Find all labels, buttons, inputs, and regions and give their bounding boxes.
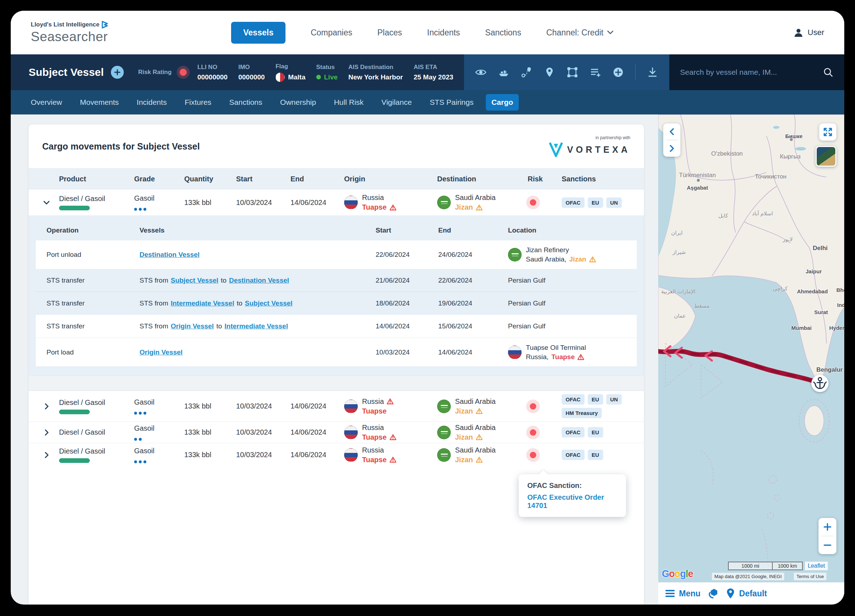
nav-places[interactable]: Places [377, 28, 402, 38]
tab-sts-pairings[interactable]: STS Pairings [424, 94, 480, 110]
cargo-row-expanded[interactable]: Diesel / Gasoil Gasoil 133k bbl 10/03/20… [29, 190, 644, 215]
add-circle-icon[interactable] [612, 66, 624, 78]
map-menu-button[interactable]: Menu [665, 589, 700, 599]
tab-incidents[interactable]: Incidents [131, 94, 172, 110]
search-input[interactable] [680, 68, 817, 77]
add-to-list-icon[interactable] [589, 66, 601, 78]
tab-vigilance[interactable]: Vigilance [375, 94, 417, 110]
operation-row-sts[interactable]: STS transfer STS from Subject Vessel to … [36, 269, 637, 292]
sanction-chip[interactable]: OFAC [562, 450, 585, 460]
location-pin-icon[interactable] [543, 66, 556, 78]
download-icon[interactable] [647, 66, 659, 78]
sanction-chip[interactable]: EU [588, 427, 603, 438]
map-scale-bar: 1000 mi 1000 km [728, 562, 803, 570]
map-panel[interactable]: Бишке O'zbekiston Кыргыз Türkmenistan То… [658, 115, 844, 605]
zoom-out-button[interactable] [818, 536, 837, 554]
map-canvas[interactable] [658, 115, 844, 582]
operation-row-port-load[interactable]: Port load Origin Vessel 10/03/2024 14/06… [36, 338, 637, 366]
tab-cargo[interactable]: Cargo [486, 94, 519, 110]
sanction-chip[interactable]: EU [588, 198, 603, 208]
risk-rating-indicator [179, 69, 187, 76]
cargo-row[interactable]: Diesel / Gasoil Gasoil 133k bbl 10/03/20… [29, 421, 644, 443]
tooltip-link[interactable]: OFAC Executive Order 14701 [527, 493, 618, 510]
user-menu[interactable]: User [794, 28, 824, 38]
chevron-down-icon [607, 31, 613, 35]
cargo-row[interactable]: Diesel / Gasoil Gasoil 133k bbl 10/03/20… [29, 391, 644, 421]
map-label: شیراز [673, 249, 686, 256]
toolbar-divider [635, 64, 636, 80]
saudi-flag-icon [437, 448, 451, 462]
vessel-link[interactable]: Subject Vessel [245, 299, 293, 307]
russia-flag-icon [344, 448, 358, 462]
tab-fixtures[interactable]: Fixtures [179, 94, 217, 110]
vessel-link[interactable]: Destination Vessel [139, 251, 200, 258]
map-layers-button[interactable] [708, 588, 719, 599]
expand-chevron-icon[interactable] [34, 429, 59, 437]
sanction-chip[interactable]: OFAC [562, 198, 585, 208]
sanction-chip[interactable]: EU [588, 394, 603, 405]
nav-incidents[interactable]: Incidents [427, 28, 460, 38]
sanction-chip[interactable]: UN [606, 394, 622, 405]
expand-chevron-icon[interactable] [34, 451, 59, 459]
volume-bar [59, 458, 90, 463]
add-vessel-button[interactable] [111, 66, 124, 79]
vessel-sub-nav: Overview Movements Incidents Fixtures Sa… [11, 90, 844, 115]
collapse-panel-button[interactable] [663, 123, 680, 140]
expand-chevron-icon[interactable] [34, 403, 59, 410]
partnership-note: in partnership with [549, 135, 630, 140]
location-pin-icon [726, 588, 735, 599]
sanction-chip[interactable]: OFAC [562, 427, 585, 438]
expand-panel-button[interactable] [663, 140, 680, 157]
tab-movements[interactable]: Movements [74, 94, 125, 110]
vessel-link[interactable]: Destination Vessel [229, 276, 289, 284]
collapse-chevron-icon[interactable] [34, 199, 59, 206]
operation-row-port-unload[interactable]: Port unload Destination Vessel 22/06/202… [36, 241, 637, 269]
channel-selector[interactable]: Channel: Credit [546, 28, 613, 38]
field-lli-no: LLI NO 00000000 [198, 64, 228, 81]
cargo-row[interactable]: Diesel / Gasoil Gasoil 133k bbl 10/03/20… [29, 443, 644, 466]
field-ais-eta: AIS ETA 25 May 2023 [414, 64, 453, 81]
search-icon[interactable] [823, 67, 834, 78]
grade-dots [134, 412, 184, 415]
volume-bar [59, 206, 90, 210]
vessel-link[interactable]: Intermediate Vessel [225, 322, 288, 330]
warning-icon [476, 204, 483, 211]
vessel-link[interactable]: Origin Vessel [139, 348, 182, 356]
sanction-chip[interactable]: UN [606, 198, 622, 208]
area-select-icon[interactable] [566, 66, 578, 78]
leaflet-attribution[interactable]: Leaflet [805, 562, 828, 570]
russia-flag-icon [344, 400, 358, 413]
card-title: Cargo movements for Subject Vessel [42, 141, 200, 152]
route-icon[interactable] [521, 66, 533, 78]
vessel-ship-icon[interactable] [498, 66, 510, 78]
watch-eye-icon[interactable] [475, 66, 487, 78]
brand-logo[interactable]: Lloyd's List Intelligence Seasearcher [31, 21, 174, 44]
risk-indicator [530, 429, 536, 436]
vessel-link[interactable]: Intermediate Vessel [171, 299, 234, 307]
tab-sanctions[interactable]: Sanctions [224, 94, 268, 110]
operation-row-sts[interactable]: STS transfer STS from Origin Vessel to I… [36, 315, 637, 338]
satellite-layer-toggle[interactable] [816, 146, 837, 167]
nav-companies[interactable]: Companies [311, 28, 352, 38]
nav-vessels[interactable]: Vessels [231, 22, 285, 44]
sanction-chip[interactable]: EU [588, 450, 603, 460]
grade-dots [134, 438, 184, 441]
map-location-button[interactable]: Default [726, 588, 767, 599]
map-label: Jaipur [806, 268, 822, 274]
map-label: عمان [674, 313, 686, 319]
terms-of-use-link[interactable]: Terms of Use [794, 573, 826, 580]
sanction-chip[interactable]: OFAC [562, 394, 585, 405]
sanction-chip[interactable]: HM Treasury [562, 408, 602, 418]
tab-overview[interactable]: Overview [25, 94, 68, 110]
vessel-link[interactable]: Origin Vessel [171, 322, 214, 330]
anchor-position-marker[interactable] [811, 375, 829, 392]
fullscreen-icon [823, 127, 833, 137]
tab-ownership[interactable]: Ownership [274, 94, 322, 110]
vessel-link[interactable]: Subject Vessel [171, 276, 218, 284]
operation-row-sts[interactable]: STS transfer STS from Intermediate Vesse… [36, 292, 637, 315]
zoom-in-button[interactable] [818, 518, 837, 536]
product-name-logo: Seasearcher [31, 29, 174, 44]
map-fullscreen-button[interactable] [819, 123, 837, 141]
nav-sanctions[interactable]: Sanctions [485, 28, 521, 38]
tab-hull-risk[interactable]: Hull Risk [328, 94, 369, 110]
